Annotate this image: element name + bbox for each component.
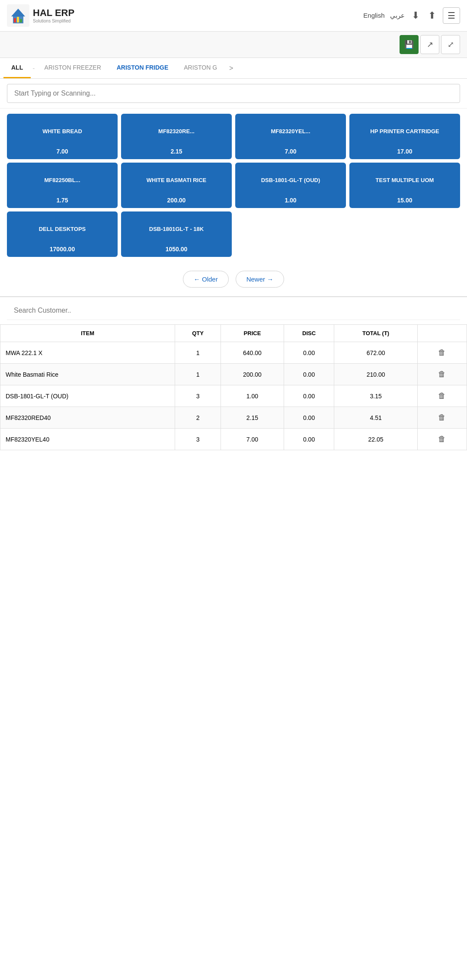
col-header-3: DISC xyxy=(284,325,334,342)
trash-icon: 🗑 xyxy=(438,370,446,378)
table-row: DSB-1801-GL-T (OUD)31.000.003.15🗑 xyxy=(0,385,467,407)
language-toggle[interactable]: English عربي xyxy=(363,12,405,19)
delete-row-btn[interactable]: 🗑 xyxy=(435,434,448,445)
logo-text: HAL ERP Solutions Simplified xyxy=(33,8,74,23)
product-name: HP PRINTER CARTRIDGE xyxy=(370,119,439,144)
delete-row-btn[interactable]: 🗑 xyxy=(435,412,448,423)
cell-delete[interactable]: 🗑 xyxy=(417,364,467,385)
product-name: WHITE BASMATI RICE xyxy=(147,168,206,193)
product-price: 1050.00 xyxy=(166,246,188,253)
svg-rect-5 xyxy=(20,19,22,22)
lang-ar[interactable]: عربي xyxy=(390,12,405,19)
logo-image xyxy=(7,4,29,27)
trash-icon: 🗑 xyxy=(438,348,446,357)
tab-ariston-fridge[interactable]: ARISTON FRIDGE xyxy=(109,58,176,78)
toolbar: 💾 ↗ ⤢ xyxy=(0,32,467,58)
cell-item: MWA 222.1 X xyxy=(0,342,175,364)
product-card-3[interactable]: HP PRINTER CARTRIDGE 17.00 xyxy=(349,114,460,159)
older-btn[interactable]: ← Older xyxy=(183,271,229,288)
cell-total: 210.00 xyxy=(334,364,417,385)
header-right: English عربي ⬇ ⬆ ☰ xyxy=(363,7,460,24)
tabs-next-arrow[interactable]: > xyxy=(225,58,237,78)
customer-search-input[interactable] xyxy=(7,301,460,320)
expand-icon: ⤢ xyxy=(448,40,454,49)
logo-title: HAL ERP xyxy=(33,8,74,18)
app-header: HAL ERP Solutions Simplified English عرب… xyxy=(0,0,467,32)
upload-icon-btn[interactable]: ⬆ xyxy=(426,8,438,23)
product-name: TEST MULTIPLE UOM xyxy=(376,168,434,193)
download-icon-btn[interactable]: ⬇ xyxy=(410,8,421,23)
cell-total: 672.00 xyxy=(334,342,417,364)
product-name: MF82320RE... xyxy=(158,119,195,144)
cell-total: 4.51 xyxy=(334,407,417,429)
product-search-input[interactable] xyxy=(7,84,460,103)
product-name: MF82250BL... xyxy=(44,168,80,193)
product-card-2[interactable]: MF82320YEL... 7.00 xyxy=(235,114,346,159)
table-row: MF82320YEL4037.000.0022.05🗑 xyxy=(0,429,467,450)
product-card-7[interactable]: TEST MULTIPLE UOM 15.00 xyxy=(349,163,460,208)
product-name: DSB-1801GL-T - 18K xyxy=(149,217,204,242)
product-card-9[interactable]: DSB-1801GL-T - 18K 1050.00 xyxy=(121,211,232,257)
expand-btn[interactable]: ⤢ xyxy=(441,35,460,54)
product-price: 1.75 xyxy=(56,197,68,204)
newer-btn[interactable]: Newer → xyxy=(236,271,285,288)
cell-item: White Basmati Rice xyxy=(0,364,175,385)
cell-total: 3.15 xyxy=(334,385,417,407)
table-row: MWA 222.1 X1640.000.00672.00🗑 xyxy=(0,342,467,364)
category-tabs: ALL - ARISTON FREEZER ARISTON FRIDGE ARI… xyxy=(0,58,467,79)
cell-item: MF82320RED40 xyxy=(0,407,175,429)
cell-delete[interactable]: 🗑 xyxy=(417,429,467,450)
product-price: 15.00 xyxy=(397,197,412,204)
delete-row-btn[interactable]: 🗑 xyxy=(435,369,448,380)
hamburger-menu-btn[interactable]: ☰ xyxy=(443,7,460,24)
delete-row-btn[interactable]: 🗑 xyxy=(435,347,448,358)
table-row: MF82320RED4022.150.004.51🗑 xyxy=(0,407,467,429)
export-btn[interactable]: ↗ xyxy=(420,35,439,54)
cell-delete[interactable]: 🗑 xyxy=(417,407,467,429)
product-price: 1.00 xyxy=(285,197,296,204)
logo-subtitle: Solutions Simplified xyxy=(33,19,74,23)
product-grid: WHITE BREAD 7.00 MF82320RE... 2.15 MF823… xyxy=(0,109,467,262)
cell-delete[interactable]: 🗑 xyxy=(417,342,467,364)
tab-ariston-freezer[interactable]: ARISTON FREEZER xyxy=(37,58,109,78)
product-card-0[interactable]: WHITE BREAD 7.00 xyxy=(7,114,118,159)
cell-qty: 3 xyxy=(175,385,221,407)
cell-price: 7.00 xyxy=(221,429,284,450)
cell-disc: 0.00 xyxy=(284,429,334,450)
product-price: 200.00 xyxy=(167,197,186,204)
save-btn[interactable]: 💾 xyxy=(400,35,419,54)
lang-en[interactable]: English xyxy=(363,12,384,19)
cell-price: 200.00 xyxy=(221,364,284,385)
product-name: MF82320YEL... xyxy=(271,119,310,144)
product-card-5[interactable]: WHITE BASMATI RICE 200.00 xyxy=(121,163,232,208)
product-name: WHITE BREAD xyxy=(42,119,82,144)
product-price: 17.00 xyxy=(397,148,412,155)
col-header-5 xyxy=(417,325,467,342)
cell-price: 1.00 xyxy=(221,385,284,407)
cell-qty: 1 xyxy=(175,342,221,364)
cell-qty: 1 xyxy=(175,364,221,385)
col-header-1: QTY xyxy=(175,325,221,342)
product-price: 17000.00 xyxy=(50,246,75,253)
save-icon: 💾 xyxy=(404,40,414,49)
tab-all[interactable]: ALL xyxy=(3,58,31,78)
col-header-2: PRICE xyxy=(221,325,284,342)
col-header-4: TOTAL (T) xyxy=(334,325,417,342)
delete-row-btn[interactable]: 🗑 xyxy=(435,391,448,401)
product-card-6[interactable]: DSB-1801-GL-T (OUD) 1.00 xyxy=(235,163,346,208)
pagination: ← Older Newer → xyxy=(0,262,467,296)
cell-disc: 0.00 xyxy=(284,342,334,364)
tab-ariston-g[interactable]: ARISTON G xyxy=(176,58,225,78)
cell-disc: 0.00 xyxy=(284,385,334,407)
customer-search-area xyxy=(0,296,467,324)
svg-rect-3 xyxy=(14,18,16,22)
cell-disc: 0.00 xyxy=(284,364,334,385)
logo-area: HAL ERP Solutions Simplified xyxy=(7,4,74,27)
cell-item: MF82320YEL40 xyxy=(0,429,175,450)
cell-delete[interactable]: 🗑 xyxy=(417,385,467,407)
product-card-4[interactable]: MF82250BL... 1.75 xyxy=(7,163,118,208)
product-card-1[interactable]: MF82320RE... 2.15 xyxy=(121,114,232,159)
product-card-8[interactable]: DELL DESKTOPS 17000.00 xyxy=(7,211,118,257)
cell-price: 640.00 xyxy=(221,342,284,364)
product-price: 2.15 xyxy=(170,148,182,155)
